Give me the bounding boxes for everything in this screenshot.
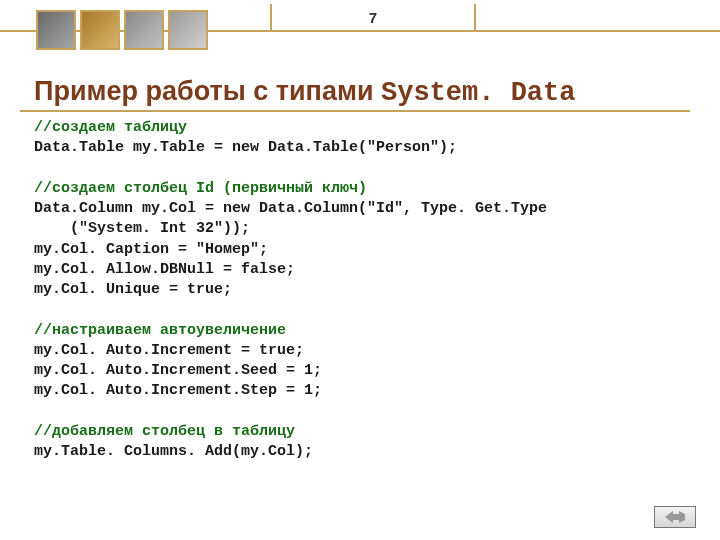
code-line: my.Col. Auto.Increment.Seed = 1; [34,362,322,379]
code-line: Data.Column my.Col = new Data.Column("Id… [34,200,547,217]
code-line: my.Col. Caption = "Номер"; [34,241,268,258]
comment-1: //создаем таблицу [34,119,187,136]
slide-title: Пример работы с типами System. Data [34,76,700,108]
comment-2: //создаем столбец Id (первичный ключ) [34,180,367,197]
code-line: my.Col. Auto.Increment = true; [34,342,304,359]
comment-3: //настраиваем автоувеличение [34,322,286,339]
code-line: ("System. Int 32")); [34,220,250,237]
swatch-4 [168,10,208,50]
svg-marker-0 [665,511,685,523]
swatch-row [36,10,208,50]
code-line: my.Col. Unique = true; [34,281,232,298]
swatch-1 [36,10,76,50]
code-line: my.Col. Allow.DBNull = false; [34,261,295,278]
code-line: my.Table. Columns. Add(my.Col); [34,443,313,460]
arrow-left-icon [665,511,685,523]
page-number: 7 [270,4,476,32]
title-prefix: Пример работы с типами [34,76,381,106]
title-underline [20,110,690,112]
swatch-2 [80,10,120,50]
title-mono: System. Data [381,78,575,108]
code-line: my.Col. Auto.Increment.Step = 1; [34,382,322,399]
code-block: //создаем таблицу Data.Table my.Table = … [34,118,690,462]
swatch-3 [124,10,164,50]
prev-button[interactable] [654,506,696,528]
code-line: Data.Table my.Table = new Data.Table("Pe… [34,139,457,156]
comment-4: //добавляем столбец в таблицу [34,423,295,440]
